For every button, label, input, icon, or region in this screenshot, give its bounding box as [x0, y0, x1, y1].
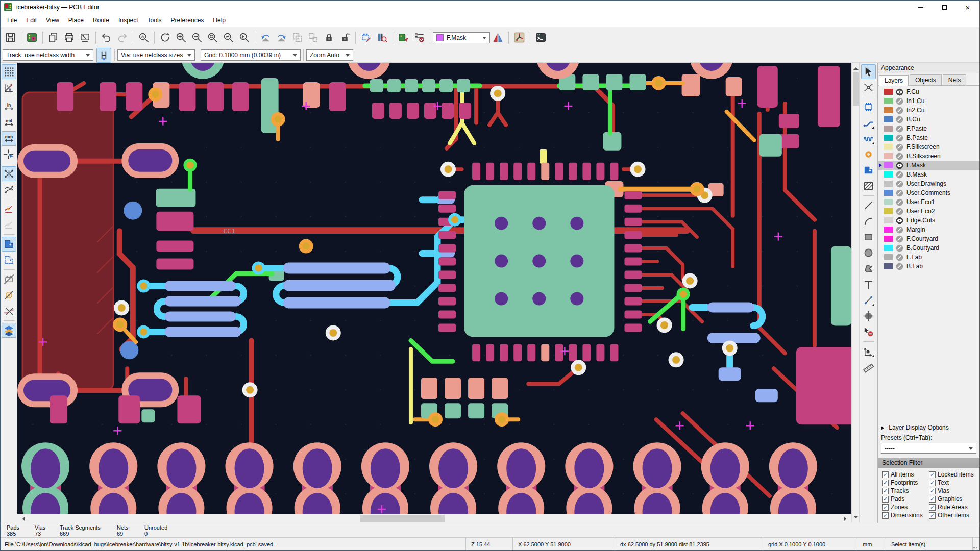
polygon-button[interactable]: [861, 261, 876, 276]
filter-vias[interactable]: ✓Vias: [929, 487, 979, 494]
filter-other-items[interactable]: ✓Other items: [929, 512, 979, 519]
layer-row-edge.cuts[interactable]: Edge.Cuts: [878, 216, 979, 225]
hidden-icon[interactable]: [896, 244, 903, 252]
checkbox-icon[interactable]: ✓: [929, 471, 936, 478]
horizontal-scrollbar[interactable]: [17, 514, 851, 523]
visible-eye-icon[interactable]: [896, 88, 903, 96]
hidden-icon[interactable]: [896, 254, 903, 261]
menu-view[interactable]: View: [41, 15, 64, 26]
library-browser-button[interactable]: [375, 30, 389, 45]
hidden-icon[interactable]: [896, 107, 903, 114]
hidden-icon[interactable]: [896, 171, 903, 179]
checkbox-icon[interactable]: ✓: [882, 512, 889, 519]
units-mm-button[interactable]: mm: [2, 131, 16, 146]
tune-button[interactable]: [861, 131, 876, 146]
circle-button[interactable]: [861, 245, 876, 260]
line-button[interactable]: [861, 198, 876, 213]
pcb-canvas[interactable]: CC1: [17, 63, 851, 514]
flip-board-button[interactable]: [491, 30, 505, 45]
zoom-in-button[interactable]: [174, 30, 188, 45]
units-in-button[interactable]: in: [2, 99, 16, 114]
menu-preferences[interactable]: Preferences: [166, 15, 209, 26]
via-button[interactable]: [861, 147, 876, 162]
measure-button[interactable]: [861, 360, 876, 374]
copper-zone[interactable]: [22, 92, 113, 390]
layer-row-f.cu[interactable]: F.Cu: [878, 87, 979, 96]
checkbox-icon[interactable]: ✓: [882, 488, 889, 494]
board-setup-button[interactable]: [24, 30, 39, 45]
checkbox-icon[interactable]: ✓: [929, 496, 936, 503]
hidden-icon[interactable]: [896, 189, 903, 197]
layer-row-user.drawings[interactable]: User.Drawings: [878, 179, 979, 188]
polar-coords-button[interactable]: rθ: [2, 80, 16, 95]
zone-button[interactable]: [861, 163, 876, 178]
checkbox-icon[interactable]: ✓: [929, 488, 936, 494]
visible-eye-icon[interactable]: [896, 217, 903, 224]
undo-button[interactable]: [99, 30, 114, 45]
checkbox-icon[interactable]: ✓: [929, 512, 936, 519]
maximize-button[interactable]: [933, 1, 956, 14]
layer-row-b.cu[interactable]: B.Cu: [878, 115, 979, 124]
hidden-icon[interactable]: [896, 97, 903, 105]
target-button[interactable]: [861, 309, 876, 323]
vertical-scrollbar[interactable]: [851, 63, 859, 523]
menu-place[interactable]: Place: [64, 15, 88, 26]
layer-row-user.eco1[interactable]: User.Eco1: [878, 197, 979, 207]
origin-button[interactable]: [861, 344, 876, 359]
hidden-icon[interactable]: [896, 208, 903, 215]
layer-row-f.paste[interactable]: F.Paste: [878, 124, 979, 133]
footprint-button[interactable]: [861, 99, 876, 114]
delete-button[interactable]: [861, 324, 876, 339]
route-button[interactable]: [861, 115, 876, 130]
update-pcb-button[interactable]: [396, 30, 411, 45]
layers-manager-button[interactable]: [2, 323, 16, 338]
hidden-icon[interactable]: [896, 198, 903, 206]
layer-row-f.fab[interactable]: F.Fab: [878, 253, 979, 262]
tracks-outline-button[interactable]: [2, 304, 16, 318]
show-grid-button[interactable]: [2, 64, 16, 79]
rotate-ccw-button[interactable]: [258, 30, 273, 45]
redo-button[interactable]: [115, 30, 130, 45]
checkbox-icon[interactable]: ✓: [882, 504, 889, 511]
checkbox-icon[interactable]: ✓: [882, 471, 889, 478]
active-layer-select[interactable]: F.Mask: [433, 32, 490, 43]
select-button[interactable]: [861, 64, 876, 79]
filter-zones[interactable]: ✓Zones: [882, 504, 929, 511]
rect-button[interactable]: [861, 230, 876, 244]
footprint-properties-button[interactable]: [359, 30, 374, 45]
hidden-icon[interactable]: [896, 143, 903, 151]
tab-layers[interactable]: Layers: [879, 75, 909, 86]
layer-row-b.paste[interactable]: B.Paste: [878, 133, 979, 142]
zoom-objects-button[interactable]: [221, 30, 236, 45]
hscroll-thumb[interactable]: [360, 515, 445, 522]
layer-display-options[interactable]: Layer Display Options: [878, 422, 979, 433]
checkbox-icon[interactable]: ✓: [929, 480, 936, 486]
arc-button[interactable]: [861, 214, 876, 229]
vscroll-thumb[interactable]: [853, 72, 859, 106]
page-setup-button[interactable]: [46, 30, 61, 45]
plot-button[interactable]: [78, 30, 92, 45]
layer-row-margin[interactable]: Margin: [878, 225, 979, 234]
hidden-icon[interactable]: [896, 235, 903, 243]
resize-grip[interactable]: [972, 538, 979, 550]
filter-text[interactable]: ✓Text: [929, 479, 979, 486]
visible-eye-icon[interactable]: [896, 162, 903, 169]
menu-route[interactable]: Route: [88, 15, 114, 26]
layer-row-user.eco2[interactable]: User.Eco2: [878, 207, 979, 216]
hidden-icon[interactable]: [896, 263, 903, 270]
layer-row-b.fab[interactable]: B.Fab: [878, 262, 979, 271]
checkbox-icon[interactable]: ✓: [882, 480, 889, 486]
curved-ratsnest-button[interactable]: [2, 182, 16, 197]
filter-dimensions[interactable]: ✓Dimensions: [882, 512, 929, 519]
hidden-icon[interactable]: [896, 134, 903, 142]
layer-row-f.mask[interactable]: F.Mask: [878, 161, 979, 170]
layer-row-b.silkscreen[interactable]: B.Silkscreen: [878, 152, 979, 161]
find-button[interactable]: A: [136, 30, 151, 45]
local-ratsnest-button[interactable]: [861, 80, 876, 95]
rule-area-button[interactable]: [861, 179, 876, 193]
layer-row-b.mask[interactable]: B.Mask: [878, 170, 979, 179]
units-mil-button[interactable]: mil: [2, 115, 16, 130]
tab-objects[interactable]: Objects: [910, 74, 942, 85]
filter-tracks[interactable]: ✓Tracks: [882, 487, 929, 494]
lock-button[interactable]: [322, 30, 336, 45]
